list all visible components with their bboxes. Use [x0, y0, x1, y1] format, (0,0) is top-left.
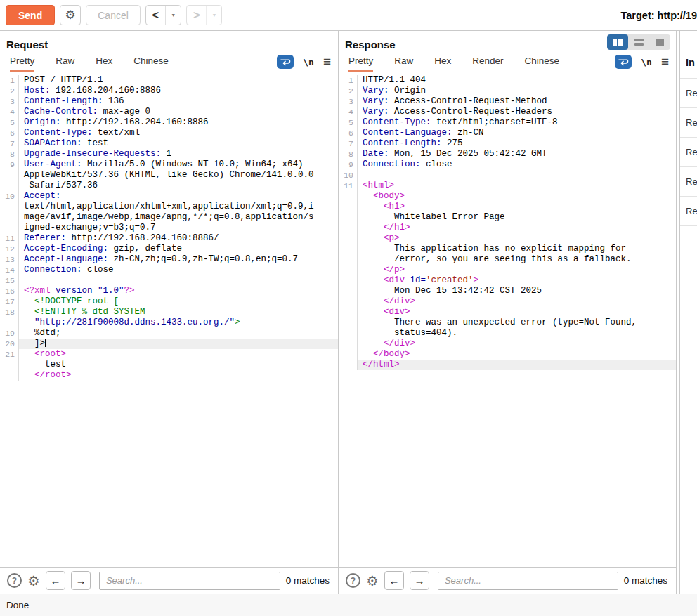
- line-number: [339, 349, 358, 360]
- code-line-text: </p>: [358, 265, 676, 275]
- code-line: 11<html>: [339, 181, 676, 191]
- back-history-dropdown-icon[interactable]: ▼: [165, 6, 181, 25]
- tab-raw[interactable]: Raw: [394, 55, 413, 72]
- code-line-text: "http://281f90008d.ddns.1433.eu.org./">: [19, 317, 338, 328]
- line-number: 2: [0, 86, 19, 96]
- send-button[interactable]: Send: [6, 5, 55, 25]
- response-search-bar: ? ⚙ ← → 0 matches: [339, 567, 676, 594]
- line-number: 13: [0, 254, 19, 265]
- request-search-input[interactable]: [99, 572, 280, 590]
- tab-pretty[interactable]: Pretty: [10, 55, 34, 72]
- response-search-input[interactable]: [438, 572, 618, 590]
- line-number: [339, 265, 358, 275]
- search-settings-gear-icon[interactable]: ⚙: [27, 574, 40, 588]
- code-line-text: <body>: [358, 191, 676, 202]
- code-line: 7Content-Length: 275: [339, 138, 676, 149]
- search-prev-icon[interactable]: ←: [384, 571, 404, 590]
- code-line-text: <root>: [19, 349, 338, 360]
- code-line: 2Host: 192.168.204.160:8886: [0, 86, 338, 96]
- line-number: 19: [0, 328, 19, 339]
- show-newlines-icon[interactable]: \n: [641, 57, 652, 67]
- request-match-count: 0 matches: [286, 575, 330, 586]
- search-next-icon[interactable]: →: [410, 571, 429, 590]
- inspector-section-row[interactable]: Re: [680, 138, 697, 167]
- search-settings-gear-icon[interactable]: ⚙: [366, 574, 379, 588]
- layout-rows-icon[interactable]: [628, 34, 649, 50]
- line-number: [339, 286, 358, 296]
- code-line: "http://281f90008d.ddns.1433.eu.org./">: [0, 317, 338, 328]
- response-tabs: PrettyRawHexRenderChinese: [348, 55, 559, 72]
- line-number: 15: [0, 275, 19, 286]
- word-wrap-icon[interactable]: [277, 55, 294, 69]
- code-line-text: Vary: Origin: [358, 86, 676, 96]
- code-line: 3Content-Length: 136: [0, 96, 338, 107]
- code-line: <h1>: [339, 202, 676, 212]
- code-line: /error, so you are seeing this as a fall…: [339, 254, 676, 265]
- line-number: [339, 339, 358, 349]
- inspector-header: In: [680, 31, 697, 79]
- send-settings-gear-icon[interactable]: ⚙: [60, 5, 81, 25]
- code-line-text: Content-Type: text/xml: [19, 128, 338, 138]
- code-line: <body>: [339, 191, 676, 202]
- response-panel: Response PrettyRawHexRenderChinese: [339, 31, 677, 594]
- line-number: [339, 254, 358, 265]
- target-label: Target: http://19: [621, 10, 697, 21]
- code-line-text: Whitelabel Error Page: [358, 212, 676, 223]
- tab-raw[interactable]: Raw: [56, 55, 74, 72]
- code-line: 9Connection: close: [339, 159, 676, 170]
- tab-chinese[interactable]: Chinese: [133, 55, 169, 72]
- code-line-text: Connection: close: [358, 159, 676, 170]
- search-help-icon[interactable]: ?: [7, 573, 22, 588]
- code-line: text/html,application/xhtml+xml,applicat…: [0, 202, 338, 212]
- code-line: </div>: [339, 339, 676, 349]
- tab-chinese[interactable]: Chinese: [525, 55, 560, 72]
- back-arrow-icon[interactable]: <: [146, 6, 165, 25]
- code-line: <p>: [339, 233, 676, 244]
- word-wrap-icon[interactable]: [615, 55, 632, 69]
- code-line: 11Referer: http://192.168.204.160:8886/: [0, 233, 338, 244]
- status-text: Done: [6, 600, 29, 610]
- search-next-icon[interactable]: →: [71, 571, 91, 590]
- request-tabs-row: PrettyRawHexChinese \n ≡: [0, 51, 338, 72]
- code-line: 20 ]>: [0, 339, 338, 349]
- tab-hex[interactable]: Hex: [434, 55, 451, 72]
- request-editor[interactable]: 1POST / HTTP/1.12Host: 192.168.204.160:8…: [0, 72, 338, 567]
- code-line-text: /error, so you are seeing this as a fall…: [358, 254, 676, 265]
- inspector-section-row[interactable]: Re: [680, 108, 697, 138]
- show-newlines-icon[interactable]: \n: [303, 57, 314, 67]
- tab-hex[interactable]: Hex: [96, 55, 112, 72]
- line-number: [339, 360, 358, 370]
- code-line: </body>: [339, 349, 676, 360]
- line-number: 20: [0, 339, 19, 349]
- code-line: 6Content-Type: text/xml: [0, 128, 338, 138]
- line-number: 4: [0, 107, 19, 117]
- code-line: 8Upgrade-Insecure-Requests: 1: [0, 149, 338, 159]
- editor-menu-icon[interactable]: ≡: [323, 57, 331, 67]
- code-line-text: Safari/537.36: [19, 181, 338, 191]
- layout-columns-icon[interactable]: [607, 34, 628, 50]
- editor-menu-icon[interactable]: ≡: [661, 57, 669, 67]
- response-editor-icons: \n ≡: [615, 55, 669, 72]
- code-line-text: test: [19, 360, 338, 370]
- response-editor[interactable]: 1HTTP/1.1 4042Vary: Origin3Vary: Access-…: [339, 72, 676, 567]
- code-line-text: </h1>: [358, 223, 676, 233]
- forward-arrow-icon: >: [187, 6, 206, 25]
- line-number: 8: [0, 149, 19, 159]
- line-number: 8: [339, 149, 358, 159]
- code-line: igned-exchange;v=b3;q=0.7: [0, 223, 338, 233]
- code-line-text: igned-exchange;v=b3;q=0.7: [19, 223, 338, 233]
- inspector-section-row[interactable]: Re: [680, 79, 697, 108]
- back-history-split-button[interactable]: < ▼: [145, 5, 181, 25]
- inspector-section-row[interactable]: Re: [680, 197, 697, 226]
- search-help-icon[interactable]: ?: [346, 573, 360, 588]
- code-line-text: ]>: [19, 339, 338, 349]
- code-line-text: Accept-Encoding: gzip, deflate: [19, 244, 338, 254]
- code-line: 15: [0, 275, 338, 286]
- tab-pretty[interactable]: Pretty: [348, 55, 373, 72]
- cancel-button[interactable]: Cancel: [86, 5, 141, 25]
- forward-history-split-button[interactable]: > ▼: [186, 5, 222, 25]
- layout-single-icon[interactable]: [649, 34, 670, 50]
- search-prev-icon[interactable]: ←: [46, 571, 65, 590]
- inspector-section-row[interactable]: Re: [680, 167, 697, 197]
- tab-render[interactable]: Render: [472, 55, 503, 72]
